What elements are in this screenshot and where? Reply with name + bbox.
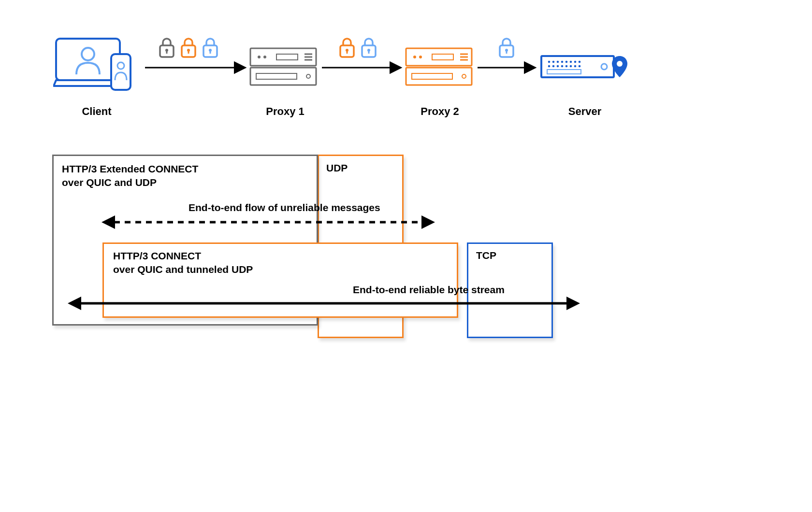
network-tunnel-diagram: Client Proxy 1 Proxy 2 bbox=[0, 0, 812, 512]
svg-rect-52 bbox=[188, 50, 189, 54]
lock-icon bbox=[498, 37, 515, 59]
outer-quic-title: HTTP/3 Extended CONNECT over QUIC and UD… bbox=[62, 162, 198, 190]
svg-rect-64 bbox=[506, 50, 508, 54]
lock-icon bbox=[158, 37, 175, 59]
inner-quic-title-l1: HTTP/3 CONNECT bbox=[113, 250, 201, 261]
lock-icon bbox=[202, 37, 219, 59]
inner-quic-title: HTTP/3 CONNECT over QUIC and tunneled UD… bbox=[113, 249, 253, 277]
outer-quic-title-l1: HTTP/3 Extended CONNECT bbox=[62, 163, 198, 174]
svg-rect-55 bbox=[210, 50, 211, 54]
svg-rect-61 bbox=[368, 50, 370, 54]
inner-quic-title-l2: over QUIC and tunneled UDP bbox=[113, 264, 253, 275]
hop-arrows bbox=[0, 0, 812, 126]
udp-label: UDP bbox=[326, 161, 348, 175]
unreliable-flow-label: End-to-end flow of unreliable messages bbox=[188, 202, 380, 213]
reliable-flow-arrow bbox=[68, 294, 580, 313]
lock-icon bbox=[360, 37, 377, 59]
lock-icon bbox=[338, 37, 356, 59]
lock-icon bbox=[180, 37, 197, 59]
svg-rect-49 bbox=[166, 50, 168, 54]
tcp-label: TCP bbox=[476, 249, 496, 262]
unreliable-flow-arrow bbox=[102, 213, 435, 232]
svg-rect-58 bbox=[347, 50, 348, 54]
outer-quic-title-l2: over QUIC and UDP bbox=[62, 177, 157, 188]
